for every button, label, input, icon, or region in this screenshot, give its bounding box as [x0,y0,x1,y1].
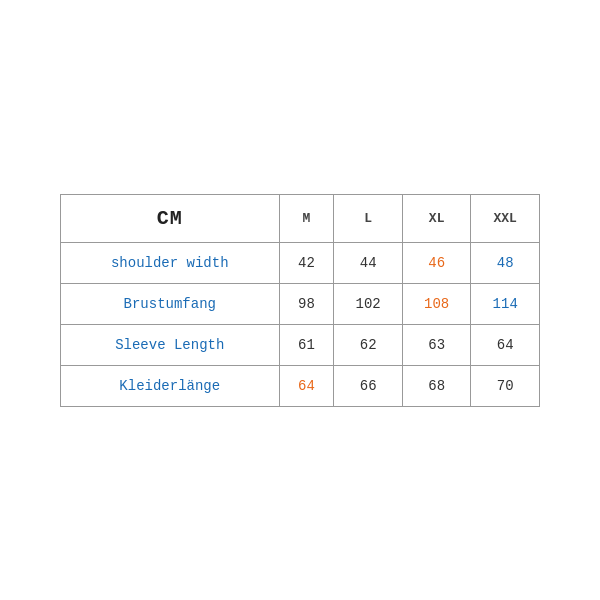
table-row: Sleeve Length61626364 [61,324,540,365]
cell-value: 98 [279,283,334,324]
cell-value: 63 [402,324,471,365]
cell-value: 44 [334,242,403,283]
row-label: Sleeve Length [61,324,280,365]
header-cm: CM [61,194,280,242]
cell-value: 48 [471,242,540,283]
table-header-row: CM M L XL XXL [61,194,540,242]
row-label: Kleiderlänge [61,365,280,406]
cell-value: 61 [279,324,334,365]
header-l: L [334,194,403,242]
cell-value: 46 [402,242,471,283]
table-row: Kleiderlänge64666870 [61,365,540,406]
row-label: Brustumfang [61,283,280,324]
cell-value: 114 [471,283,540,324]
size-table: CM M L XL XXL shoulder width42444648Brus… [60,194,540,407]
row-label: shoulder width [61,242,280,283]
cell-value: 68 [402,365,471,406]
cell-value: 62 [334,324,403,365]
table-row: shoulder width42444648 [61,242,540,283]
size-table-wrapper: CM M L XL XXL shoulder width42444648Brus… [60,194,540,407]
table-row: Brustumfang98102108114 [61,283,540,324]
cell-value: 102 [334,283,403,324]
header-xxl: XXL [471,194,540,242]
header-m: M [279,194,334,242]
cell-value: 66 [334,365,403,406]
cell-value: 64 [279,365,334,406]
cell-value: 70 [471,365,540,406]
cell-value: 108 [402,283,471,324]
cell-value: 64 [471,324,540,365]
header-xl: XL [402,194,471,242]
table-body: shoulder width42444648Brustumfang9810210… [61,242,540,406]
cell-value: 42 [279,242,334,283]
